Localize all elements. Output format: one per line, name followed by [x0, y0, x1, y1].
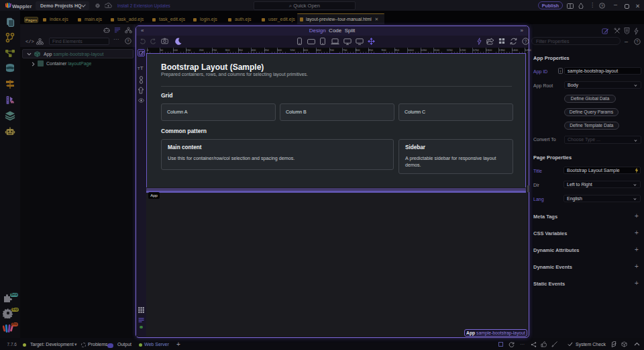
svg-text:?: ? — [127, 39, 129, 43]
svg-text:?: ? — [636, 40, 639, 44]
svg-text:?: ? — [525, 39, 527, 44]
svg-text:?: ? — [601, 4, 603, 8]
